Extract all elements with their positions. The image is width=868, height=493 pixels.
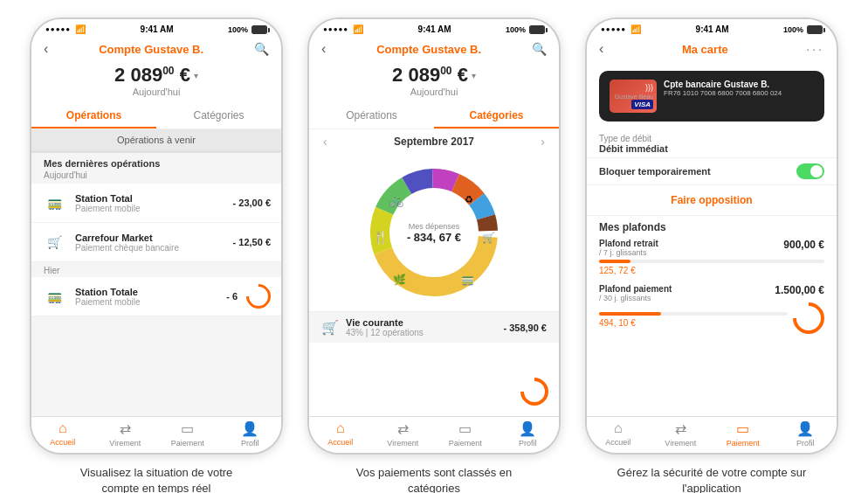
tab-categories-1[interactable]: Catégories xyxy=(156,102,281,128)
date-divider-1: Hier xyxy=(31,262,281,277)
balance-chevron[interactable]: ▾ xyxy=(194,71,198,80)
bottom-progress-2 xyxy=(514,371,554,411)
trans-amount-2: - 12,50 € xyxy=(233,237,271,247)
caption-2: Vos paiements sont classés en catégories xyxy=(338,465,530,493)
debit-type-label: Type de débit xyxy=(599,134,824,143)
cat-name-2: Vie courante xyxy=(346,317,496,328)
plafond-paiement-bar xyxy=(599,312,788,316)
chart-next-button[interactable]: › xyxy=(541,135,545,149)
phone2: ●●●●● 📶 9:41 AM 100% ‹ Compte Gustave B.… xyxy=(307,17,561,455)
nav-virement-3[interactable]: ⇄ Virement xyxy=(650,420,713,448)
plafond-retrait-fill xyxy=(599,260,630,263)
chart-month-label: Septembre 2017 xyxy=(394,135,474,148)
phone1: ●●●●● 📶 9:41 AM 100% ‹ Compte Gustave B.… xyxy=(30,17,283,455)
balance-amount-1: 2 08900 € xyxy=(114,64,190,87)
block-toggle[interactable] xyxy=(796,163,824,179)
nav-paiement-1[interactable]: ▭ Paiement xyxy=(156,420,219,448)
transaction-station-totale[interactable]: 🚃 Station Totale Paiement mobile - 6 xyxy=(31,277,281,316)
signal-area: ●●●●● 📶 xyxy=(45,24,86,34)
header-title-2: Compte Gustave B. xyxy=(326,43,532,56)
bottom-nav-3: ⌂ Accueil ⇄ Virement ▭ Paiement 👤 Profil xyxy=(587,416,837,453)
wifi-icon-3: 📶 xyxy=(630,24,641,34)
balance-section-2: 2 08900 € ▾ Aujourd'hui xyxy=(309,62,559,102)
nav-profil-2[interactable]: 👤 Profil xyxy=(497,420,560,448)
signal-dots-3: ●●●●● xyxy=(601,25,626,33)
trans-sub-1: Paiement mobile xyxy=(75,204,224,213)
tab-categories-2[interactable]: Catégories xyxy=(434,102,559,128)
signal-area-3: ●●●●● 📶 xyxy=(601,24,641,34)
card-detail-section: ))) Gustave Beau VISA Cpte bancaire Gust… xyxy=(587,62,837,416)
phone1-wrapper: ●●●●● 📶 9:41 AM 100% ‹ Compte Gustave B.… xyxy=(30,17,283,493)
wifi-icon-2: 📶 xyxy=(353,24,363,34)
nav-virement-1[interactable]: ⇄ Virement xyxy=(94,420,157,448)
nav-accueil-3[interactable]: ⌂ Accueil xyxy=(587,420,650,448)
balance-chevron-2[interactable]: ▾ xyxy=(472,71,476,80)
cat-amount-2: - 358,90 € xyxy=(503,323,547,333)
trans-name-1: Station Total xyxy=(75,193,224,204)
nav-label-paiement-3: Paiement xyxy=(727,439,760,448)
plafond-paiement: Plafond paiement / 30 j. glissants 1.500… xyxy=(599,284,824,334)
menu-dots-button[interactable]: ··· xyxy=(806,42,824,56)
block-label: Bloquer temporairement xyxy=(599,166,711,177)
battery-area: 100% xyxy=(228,25,267,34)
category-row-2[interactable]: 🛒 Vie courante 43% | 12 opérations - 358… xyxy=(309,311,559,343)
progress-circle-1 xyxy=(241,279,276,314)
virement-icon-2: ⇄ xyxy=(397,420,409,437)
transaction-carrefour[interactable]: 🛒 Carrefour Market Paiement chèque banca… xyxy=(31,223,281,262)
phones-container: ●●●●● 📶 9:41 AM 100% ‹ Compte Gustave B.… xyxy=(30,17,838,493)
nav-label-virement-1: Virement xyxy=(109,439,141,448)
home-icon-3: ⌂ xyxy=(614,420,623,436)
card-account-name: Cpte bancaire Gustave B. xyxy=(664,80,814,89)
block-toggle-row: Bloquer temporairement xyxy=(587,158,837,185)
plafond-retrait-period: / 7 j. glissants xyxy=(599,248,658,257)
nav-accueil-2[interactable]: ⌂ Accueil xyxy=(309,420,372,448)
profil-icon-1: 👤 xyxy=(241,420,258,437)
bottom-nav-1: ⌂ Accueil ⇄ Virement ▭ Paiement 👤 Profil xyxy=(31,416,281,453)
visa-label: VISA xyxy=(631,100,653,109)
nav-profil-3[interactable]: 👤 Profil xyxy=(775,420,837,448)
donut-amount: - 834, 67 € xyxy=(407,231,461,244)
donut-center: Mes dépenses - 834, 67 € xyxy=(407,222,461,244)
search-icon[interactable]: 🔍 xyxy=(254,42,269,56)
transaction-station-total[interactable]: 🚃 Station Total Paiement mobile - 23,00 … xyxy=(31,184,281,223)
trans-sub-3: Paiement mobile xyxy=(75,297,217,307)
caption-1: Visualisez la situation de votre compte … xyxy=(60,465,252,493)
plafond-retrait-amount: 900,00 € xyxy=(783,239,824,257)
nav-label-profil-2: Profil xyxy=(519,439,537,448)
debit-type-value: Débit immédiat xyxy=(599,143,824,154)
tab-operations-1[interactable]: Opérations xyxy=(31,102,156,128)
battery-label-3: 100% xyxy=(783,25,803,34)
paiement-icon-3: ▭ xyxy=(736,420,749,437)
nav-virement-2[interactable]: ⇄ Virement xyxy=(372,420,435,448)
header-title-1: Compte Gustave B. xyxy=(48,43,254,56)
battery-label: 100% xyxy=(228,25,248,34)
trans-name-3: Station Totale xyxy=(75,287,217,297)
donut-chart: 🚲 🍴 🌿 🚃 🛒 ♻ Mes dépenses xyxy=(355,154,513,311)
header-1: ‹ Compte Gustave B. 🔍 xyxy=(31,38,281,62)
nav-accueil-1[interactable]: ⌂ Accueil xyxy=(31,420,94,448)
search-icon-2[interactable]: 🔍 xyxy=(532,42,547,56)
nav-paiement-3[interactable]: ▭ Paiement xyxy=(712,420,775,448)
chart-nav-2: ‹ Septembre 2017 › xyxy=(309,129,559,154)
cat-info-2: Vie courante 43% | 12 opérations xyxy=(346,317,496,337)
card-info: Cpte bancaire Gustave B. FR76 1010 7008 … xyxy=(664,80,814,97)
section-label-1: Mes dernières opérations xyxy=(31,153,281,170)
chart-prev-button[interactable]: ‹ xyxy=(323,135,327,149)
nav-paiement-2[interactable]: ▭ Paiement xyxy=(434,420,497,448)
plafonds-section: Mes plafonds Plafond retrait / 7 j. glis… xyxy=(587,216,837,416)
opposition-button[interactable]: Faire opposition xyxy=(587,185,837,216)
tab-bar-1: Opérations Catégories xyxy=(31,102,281,129)
plafond-retrait: Plafond retrait / 7 j. glissants 900,00 … xyxy=(599,239,824,275)
tab-operations-2[interactable]: Opérations xyxy=(309,102,434,128)
plafond-paiement-amount: 1.500,00 € xyxy=(775,284,824,302)
status-bar-3: ●●●●● 📶 9:41 AM 100% xyxy=(587,19,837,38)
phone3: ●●●●● 📶 9:41 AM 100% ‹ Ma carte ··· xyxy=(585,17,838,455)
phone3-wrapper: ●●●●● 📶 9:41 AM 100% ‹ Ma carte ··· xyxy=(585,17,838,493)
time-display-2: 9:41 AM xyxy=(418,24,451,34)
header-title-3: Ma carte xyxy=(603,43,806,56)
tab-bar-2: Opérations Catégories xyxy=(309,102,559,129)
battery-icon xyxy=(251,25,267,34)
svg-text:🍴: 🍴 xyxy=(373,230,389,245)
battery-icon-3 xyxy=(807,25,823,34)
nav-profil-1[interactable]: 👤 Profil xyxy=(219,420,282,448)
